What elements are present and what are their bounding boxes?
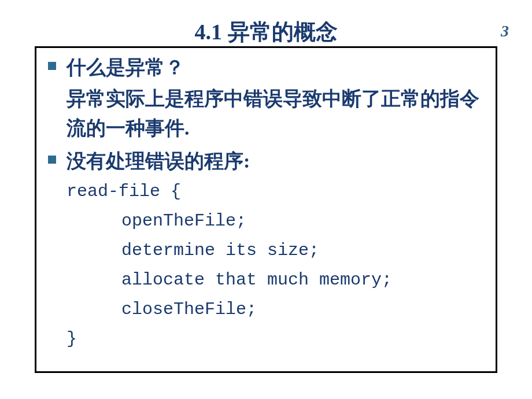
bullet-item-1: 什么是异常？ (48, 54, 484, 82)
title-bar: 4.1 异常的概念 (0, 17, 532, 47)
bullet-2-heading: 没有处理错误的程序: (66, 147, 250, 175)
code-line-1: read-file { (66, 177, 484, 206)
code-block: read-file { openTheFile; determine its s… (66, 177, 484, 354)
bullet-1-heading: 什么是异常？ (66, 54, 184, 82)
code-line-6: } (66, 324, 484, 354)
bullet-item-2: 没有处理错误的程序: (48, 147, 484, 175)
code-line-3: determine its size; (66, 236, 484, 265)
square-bullet-icon (48, 156, 56, 164)
code-line-5: closeTheFile; (66, 295, 484, 324)
slide-title: 4.1 异常的概念 (195, 20, 338, 44)
bullet-1-body: 异常实际上是程序中错误导致中断了正常的指令流的一种事件. (66, 84, 484, 143)
content-box: 什么是异常？ 异常实际上是程序中错误导致中断了正常的指令流的一种事件. 没有处理… (35, 46, 497, 373)
square-bullet-icon (48, 62, 56, 70)
page-number: 3 (501, 22, 509, 40)
code-line-2: openTheFile; (66, 206, 484, 236)
slide: 4.1 异常的概念 3 什么是异常？ 异常实际上是程序中错误导致中断了正常的指令… (0, 0, 532, 399)
code-line-4: allocate that much memory; (66, 265, 484, 295)
